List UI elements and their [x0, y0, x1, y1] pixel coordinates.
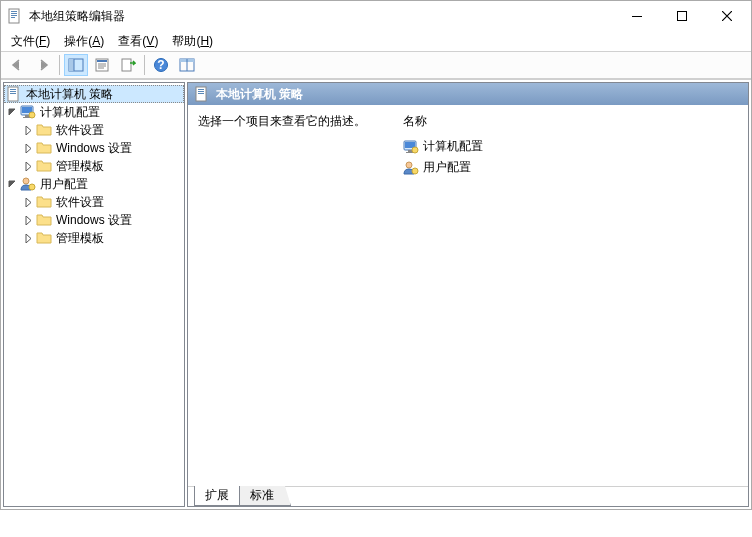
svg-point-31: [29, 184, 35, 190]
expand-icon[interactable]: [22, 124, 34, 136]
tree-pane[interactable]: 本地计算机 策略 计算机配置 软件设置: [3, 82, 185, 507]
folder-icon: [36, 212, 52, 228]
folder-icon: [36, 194, 52, 210]
back-button[interactable]: [5, 54, 29, 76]
computer-icon: [403, 139, 419, 155]
tree-computer-windows[interactable]: Windows 设置: [4, 139, 184, 157]
folder-icon: [36, 158, 52, 174]
list-item-computer[interactable]: 计算机配置: [403, 136, 738, 157]
computer-icon: [20, 104, 36, 120]
folder-icon: [36, 230, 52, 246]
content-description: 选择一个项目来查看它的描述。: [198, 113, 403, 130]
window-controls: [614, 2, 749, 30]
expand-icon[interactable]: [22, 142, 34, 154]
user-icon: [403, 160, 419, 176]
window-title: 本地组策略编辑器: [29, 8, 614, 25]
minimize-button[interactable]: [614, 2, 659, 30]
forward-button[interactable]: [31, 54, 55, 76]
expand-icon[interactable]: [22, 160, 34, 172]
expand-icon[interactable]: [22, 214, 34, 226]
menu-action[interactable]: 操作(A): [58, 31, 110, 52]
tab-extended[interactable]: 扩展: [194, 486, 240, 506]
tabs-bar: 扩展 标准: [188, 486, 748, 506]
tree-windows-label: Windows 设置: [56, 140, 132, 157]
svg-point-40: [412, 147, 418, 153]
list-item-user[interactable]: 用户配置: [403, 157, 738, 178]
svg-point-42: [412, 168, 418, 174]
svg-rect-15: [122, 59, 131, 71]
svg-rect-8: [69, 59, 74, 71]
svg-rect-11: [97, 60, 107, 62]
policy-icon: [194, 86, 210, 102]
body: 本地计算机 策略 计算机配置 软件设置: [1, 79, 751, 509]
content-pane: 本地计算机 策略 选择一个项目来查看它的描述。 名称 计算机配置: [187, 82, 749, 507]
expand-icon[interactable]: [22, 196, 34, 208]
menubar: 文件(F) 操作(A) 查看(V) 帮助(H): [1, 31, 751, 51]
titlebar: 本地组策略编辑器: [1, 1, 751, 31]
svg-rect-4: [11, 17, 15, 18]
export-button[interactable]: [116, 54, 140, 76]
folder-icon: [36, 140, 52, 156]
tree-user-admin[interactable]: 管理模板: [4, 229, 184, 247]
svg-rect-34: [198, 91, 204, 92]
tree-user-windows[interactable]: Windows 设置: [4, 211, 184, 229]
expand-icon[interactable]: [22, 232, 34, 244]
tree-root[interactable]: 本地计算机 策略: [4, 85, 184, 103]
svg-rect-1: [11, 11, 17, 12]
collapse-icon[interactable]: [6, 106, 18, 118]
svg-rect-24: [10, 93, 16, 94]
list-item-label: 用户配置: [423, 159, 471, 176]
maximize-button[interactable]: [659, 2, 704, 30]
content-list-area: 名称 计算机配置 用户配置: [403, 113, 738, 478]
menu-view[interactable]: 查看(V): [112, 31, 164, 52]
content-description-area: 选择一个项目来查看它的描述。: [198, 113, 403, 478]
svg-rect-23: [10, 91, 16, 92]
tree-user-label: 用户配置: [40, 176, 88, 193]
svg-rect-38: [408, 150, 412, 152]
main-window: 本地组策略编辑器 文件(F) 操作(A) 查看(V) 帮助(H): [0, 0, 752, 510]
tree-user-software-label: 软件设置: [56, 194, 104, 211]
tree: 本地计算机 策略 计算机配置 软件设置: [4, 83, 184, 249]
svg-rect-22: [10, 89, 16, 90]
filter-button[interactable]: [175, 54, 199, 76]
menu-help[interactable]: 帮助(H): [166, 31, 219, 52]
svg-point-30: [23, 178, 29, 184]
tree-admin-label: 管理模板: [56, 158, 104, 175]
close-button[interactable]: [704, 2, 749, 30]
svg-rect-5: [632, 16, 642, 17]
folder-icon: [36, 122, 52, 138]
toolbar-separator: [59, 55, 60, 75]
content-header: 本地计算机 策略: [188, 83, 748, 105]
tree-user-software[interactable]: 软件设置: [4, 193, 184, 211]
svg-rect-6: [677, 12, 686, 21]
menu-file[interactable]: 文件(F): [5, 31, 56, 52]
show-hide-tree-button[interactable]: [64, 54, 88, 76]
policy-icon: [6, 86, 22, 102]
svg-rect-27: [25, 115, 29, 117]
tree-computer-admin[interactable]: 管理模板: [4, 157, 184, 175]
content-header-title: 本地计算机 策略: [216, 86, 303, 103]
tree-computer-label: 计算机配置: [40, 104, 100, 121]
svg-rect-35: [198, 93, 204, 94]
tab-standard[interactable]: 标准: [239, 486, 291, 506]
help-button[interactable]: ?: [149, 54, 173, 76]
tree-computer-software[interactable]: 软件设置: [4, 121, 184, 139]
app-icon: [7, 8, 23, 24]
svg-text:?: ?: [157, 58, 164, 72]
svg-rect-2: [11, 13, 17, 14]
content-body: 选择一个项目来查看它的描述。 名称 计算机配置 用户配置: [188, 105, 748, 486]
user-icon: [20, 176, 36, 192]
svg-rect-33: [198, 89, 204, 90]
tree-computer-config[interactable]: 计算机配置: [4, 103, 184, 121]
tree-software-label: 软件设置: [56, 122, 104, 139]
collapse-icon[interactable]: [6, 178, 18, 190]
properties-button[interactable]: [90, 54, 114, 76]
tree-user-windows-label: Windows 设置: [56, 212, 132, 229]
tree-root-label: 本地计算机 策略: [26, 86, 113, 103]
tree-user-config[interactable]: 用户配置: [4, 175, 184, 193]
list-item-label: 计算机配置: [423, 138, 483, 155]
tree-user-admin-label: 管理模板: [56, 230, 104, 247]
svg-point-29: [29, 112, 35, 118]
svg-point-41: [406, 162, 412, 168]
list-header-name: 名称: [403, 113, 738, 130]
